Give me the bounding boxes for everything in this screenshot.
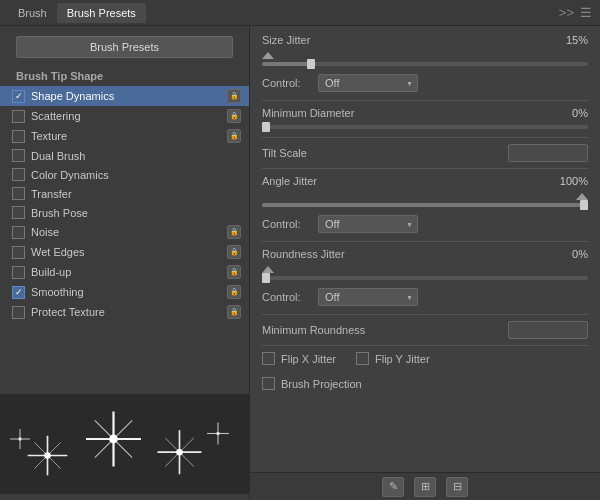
- min-diameter-label: Minimum Diameter: [262, 107, 392, 119]
- brush-item-checkbox[interactable]: [12, 246, 25, 259]
- brush-item-checkbox[interactable]: [12, 187, 25, 200]
- brush-item[interactable]: Protect Texture🔒: [0, 302, 249, 322]
- lock-icon: 🔒: [227, 129, 241, 143]
- angle-jitter-slider[interactable]: [262, 203, 588, 207]
- brush-item-checkbox[interactable]: [12, 130, 25, 143]
- tab-brush-presets[interactable]: Brush Presets: [57, 3, 146, 23]
- brush-item-label: Texture: [31, 130, 223, 142]
- size-jitter-slider[interactable]: [262, 62, 588, 66]
- menu-icon[interactable]: ☰: [580, 5, 592, 20]
- flip-y-label: Flip Y Jitter: [375, 353, 430, 365]
- flip-y-checkbox[interactable]: [356, 352, 369, 365]
- min-roundness-row: Minimum Roundness: [262, 321, 588, 339]
- brush-item[interactable]: Brush Pose: [0, 203, 249, 222]
- svg-point-17: [216, 432, 219, 435]
- tilt-scale-input[interactable]: [508, 144, 588, 162]
- grid-button[interactable]: ⊞: [414, 477, 436, 497]
- flip-y-row: Flip Y Jitter: [356, 352, 430, 365]
- tab-brush[interactable]: Brush: [8, 3, 57, 23]
- roundness-jitter-slider[interactable]: [262, 276, 588, 280]
- brush-item[interactable]: Smoothing🔒: [0, 282, 249, 302]
- tab-actions: >> ☰: [559, 5, 592, 20]
- bottom-toolbar: ✎ ⊞ ⊟: [250, 472, 600, 500]
- size-jitter-value: 15%: [553, 34, 588, 46]
- brush-item-checkbox[interactable]: [12, 266, 25, 279]
- size-jitter-triangle[interactable]: [262, 52, 274, 59]
- lock-icon: 🔒: [227, 89, 241, 103]
- control-select-3[interactable]: Off Fade Pen Pressure: [318, 288, 418, 306]
- brush-item[interactable]: Dual Brush: [0, 146, 249, 165]
- brush-item[interactable]: Color Dynamics: [0, 165, 249, 184]
- left-panel: Brush Presets Brush Tip Shape Shape Dyna…: [0, 26, 250, 500]
- control-select-1[interactable]: Off Fade Pen Pressure: [318, 74, 418, 92]
- control-select-2[interactable]: Off Fade Pen Pressure: [318, 215, 418, 233]
- angle-jitter-triangle[interactable]: [576, 193, 588, 200]
- svg-point-20: [18, 437, 21, 440]
- brush-item-checkbox[interactable]: [12, 306, 25, 319]
- brush-item[interactable]: Wet Edges🔒: [0, 242, 249, 262]
- brush-item-checkbox[interactable]: [12, 110, 25, 123]
- roundness-jitter-value: 0%: [553, 248, 588, 260]
- delete-button[interactable]: ⊟: [446, 477, 468, 497]
- brush-item[interactable]: Transfer: [0, 184, 249, 203]
- brush-item[interactable]: Texture🔒: [0, 126, 249, 146]
- min-roundness-label: Minimum Roundness: [262, 324, 392, 336]
- roundness-jitter-triangle[interactable]: [262, 266, 274, 273]
- roundness-jitter-row: Roundness Jitter 0%: [262, 248, 588, 260]
- brush-projection-label: Brush Projection: [281, 378, 362, 390]
- brush-item-checkbox[interactable]: [12, 168, 25, 181]
- brush-item-checkbox[interactable]: [12, 90, 25, 103]
- brush-item-checkbox[interactable]: [12, 286, 25, 299]
- brush-item[interactable]: Scattering🔒: [0, 106, 249, 126]
- brush-item-label: Shape Dynamics: [31, 90, 223, 102]
- control-select-wrapper-2: Off Fade Pen Pressure: [318, 215, 418, 233]
- divider-2: [262, 137, 588, 138]
- brush-item[interactable]: Noise🔒: [0, 222, 249, 242]
- brush-projection-row: Brush Projection: [262, 377, 588, 390]
- control-label-3: Control:: [262, 291, 312, 303]
- brush-preview: [0, 394, 249, 494]
- roundness-jitter-label: Roundness Jitter: [262, 248, 392, 260]
- tilt-scale-row: Tilt Scale: [262, 144, 588, 162]
- brush-item-label: Color Dynamics: [31, 169, 241, 181]
- brush-item-label: Smoothing: [31, 286, 223, 298]
- flip-x-row: Flip X Jitter: [262, 352, 336, 365]
- forward-icon[interactable]: >>: [559, 5, 574, 20]
- angle-jitter-row: Angle Jitter 100%: [262, 175, 588, 187]
- brush-item-label: Brush Pose: [31, 207, 241, 219]
- min-diameter-slider[interactable]: [262, 125, 588, 129]
- lock-icon: 🔒: [227, 305, 241, 319]
- right-panel: Size Jitter 15% Control: Off Fade Pen Pr…: [250, 26, 600, 472]
- lock-icon: 🔒: [227, 225, 241, 239]
- angle-jitter-label: Angle Jitter: [262, 175, 392, 187]
- flip-x-checkbox[interactable]: [262, 352, 275, 365]
- brush-presets-button[interactable]: Brush Presets: [16, 36, 233, 58]
- brush-item-label: Scattering: [31, 110, 223, 122]
- min-roundness-input[interactable]: [508, 321, 588, 339]
- angle-jitter-value: 100%: [553, 175, 588, 187]
- lock-icon: 🔒: [227, 285, 241, 299]
- lock-icon: 🔒: [227, 265, 241, 279]
- brush-item-label: Transfer: [31, 188, 241, 200]
- control-label-2: Control:: [262, 218, 312, 230]
- lock-icon: 🔒: [227, 245, 241, 259]
- angle-jitter-control-row: Control: Off Fade Pen Pressure: [262, 215, 588, 233]
- tilt-scale-label: Tilt Scale: [262, 147, 392, 159]
- min-diameter-row: Minimum Diameter 0%: [262, 107, 588, 119]
- divider-5: [262, 314, 588, 315]
- brush-item[interactable]: Shape Dynamics🔒: [0, 86, 249, 106]
- svg-point-14: [176, 449, 183, 456]
- size-jitter-label: Size Jitter: [262, 34, 392, 46]
- brush-item-checkbox[interactable]: [12, 226, 25, 239]
- full-right: Size Jitter 15% Control: Off Fade Pen Pr…: [250, 26, 600, 500]
- edit-button[interactable]: ✎: [382, 477, 404, 497]
- brush-item[interactable]: Build-up🔒: [0, 262, 249, 282]
- brush-projection-checkbox[interactable]: [262, 377, 275, 390]
- brush-item-checkbox[interactable]: [12, 149, 25, 162]
- control-select-wrapper-1: Off Fade Pen Pressure: [318, 74, 418, 92]
- brush-item-label: Wet Edges: [31, 246, 223, 258]
- svg-point-4: [44, 452, 51, 459]
- divider-3: [262, 168, 588, 169]
- brush-item-checkbox[interactable]: [12, 206, 25, 219]
- size-jitter-row: Size Jitter 15%: [262, 34, 588, 46]
